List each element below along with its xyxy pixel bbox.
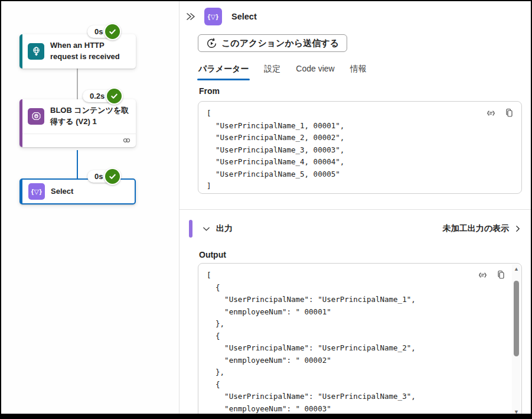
success-check-icon [104,23,121,40]
tab-parameters[interactable]: パラメーター [198,64,249,80]
flow-canvas[interactable]: When an HTTP request is received 0s B [1,1,179,414]
success-check-icon [106,87,123,105]
tab-code-view[interactable]: Code view [296,64,334,80]
resubmit-from-action-button[interactable]: このアクションから送信する [198,34,347,52]
node-accent-bar [19,99,22,147]
output-value-box[interactable]: [ { "UserPrincipalName": "UserPrincipalN… [198,263,522,418]
expand-value-icon[interactable] [485,107,497,119]
app-window: When an HTTP request is received 0s B [0,0,532,419]
connector-line-selected [77,150,78,180]
flow-node-blob[interactable]: BLOB コンテンツを取得する (V2) 1 [19,99,136,147]
collapse-panel-icon[interactable] [184,10,197,23]
scroll-up-icon[interactable]: ▲ [514,264,519,274]
run-status-badge: 0s [87,168,121,185]
output-field-label: Output [199,250,226,259]
node-title: When an HTTP request is received [50,40,130,63]
show-raw-outputs-link[interactable]: 未加工出力の表示 [443,223,522,234]
connector-line [77,69,78,100]
node-title: Select [51,186,73,197]
chevron-right-icon [514,225,522,233]
outputs-section-label: 出力 [216,223,233,234]
output-scrollbar[interactable]: ▲ ▼ [512,264,521,417]
run-status-badge: 0.2s [83,87,123,105]
copy-icon[interactable] [495,269,507,281]
tab-settings[interactable]: 設定 [264,64,280,80]
connection-link-icon[interactable] [122,136,131,145]
select-icon: {▽} [28,183,45,200]
http-request-icon [28,43,44,60]
chevron-down-icon[interactable] [201,223,211,234]
success-check-icon [104,168,121,185]
node-accent-bar [19,34,22,69]
output-code-text: [ { "UserPrincipalName": "UserPrincipalN… [198,264,521,418]
panel-title: Select [231,12,257,21]
panel-header: {▽} Select [184,8,257,25]
node-footer [19,134,136,147]
node-title: BLOB コンテンツを取得する (V2) 1 [50,105,130,128]
blob-icon [28,108,44,125]
outputs-accent-bar [189,220,192,238]
scroll-down-icon[interactable]: ▼ [514,407,519,417]
action-details-panel: {▽} Select このアクションから送信する パラメーター 設定 Code … [179,1,531,414]
run-status-badge: 0s [87,23,121,40]
select-icon: {▽} [204,8,222,25]
from-field-label: From [199,86,220,96]
outputs-section-header: 出力 未加工出力の表示 [189,219,522,239]
copy-icon[interactable] [504,107,515,119]
resubmit-button-label: このアクションから送信する [221,38,339,49]
expand-value-icon[interactable] [476,269,488,281]
tab-about[interactable]: 情報 [350,64,367,80]
tab-bar: パラメーター 設定 Code view 情報 [198,64,367,80]
section-divider [179,209,531,210]
scrollbar-thumb[interactable] [514,281,519,356]
from-code-text: [ "UserPrincipalName_1, 00001", "UserPri… [198,102,521,194]
from-value-box[interactable]: [ "UserPrincipalName_1, 00001", "UserPri… [198,101,522,194]
